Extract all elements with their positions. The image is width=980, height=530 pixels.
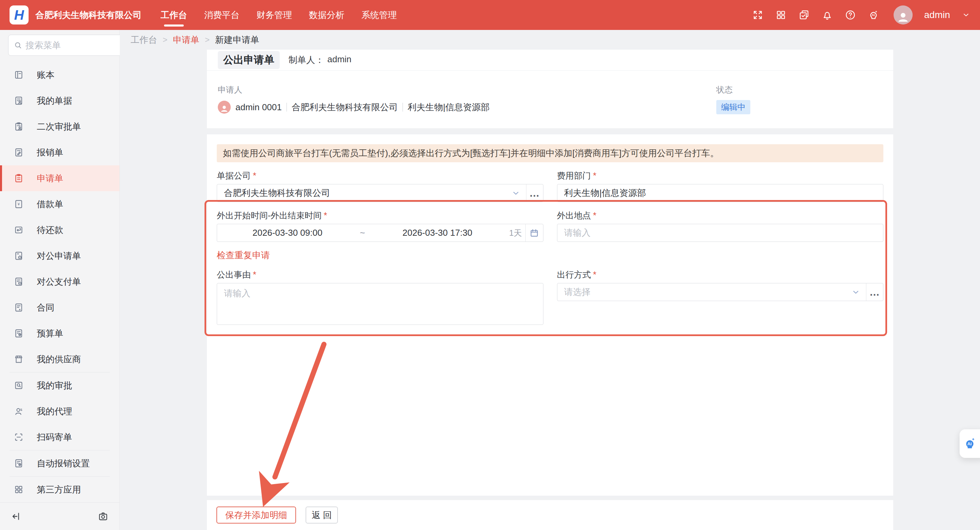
location-input[interactable] <box>557 224 884 242</box>
top-navbar: H 合肥利夫生物科技有限公司 工作台 消费平台 财务管理 数据分析 系统管理 A… <box>0 0 980 30</box>
creator-label: 制单人： <box>288 54 324 66</box>
travel-mode-placeholder: 请选择 <box>564 286 851 298</box>
required-asterisk: * <box>324 210 327 221</box>
chevron-down-icon[interactable] <box>851 287 861 297</box>
department-field: 费用部门* <box>557 162 884 202</box>
applicant-person: admin 0001 合肥利夫生物科技有限公司 利夫生物|信息资源部 <box>218 101 716 114</box>
sidebar-item-my-docs[interactable]: 我的单据 <box>0 88 119 114</box>
reason-textarea[interactable] <box>217 283 543 325</box>
ai-icon[interactable]: Ai <box>868 9 879 21</box>
sidebar-item-budget[interactable]: 预算单 <box>0 321 119 346</box>
sidebar-item-third-party[interactable]: 第三方应用 <box>0 477 119 503</box>
form-row-2: 外出开始时间-外出结束时间* 2026-03-30 09:00 ~ 2026-0… <box>217 202 883 242</box>
bell-icon[interactable] <box>821 9 833 21</box>
travel-mode-select-main[interactable]: 请选择 <box>557 283 866 301</box>
sidebar-item-expense[interactable]: 报销单 <box>0 140 119 165</box>
breadcrumb-workbench[interactable]: 工作台 <box>130 34 157 46</box>
sidebar-item-contract[interactable]: 合同 <box>0 295 119 321</box>
applicant-company: 合肥利夫生物科技有限公司 <box>292 102 398 113</box>
time-range-label: 外出开始时间-外出结束时间* <box>217 210 543 221</box>
app-root: H 合肥利夫生物科技有限公司 工作台 消费平台 财务管理 数据分析 系统管理 A… <box>0 0 980 530</box>
avatar[interactable] <box>894 5 913 24</box>
time-range-field: 外出开始时间-外出结束时间* 2026-03-30 09:00 ~ 2026-0… <box>217 202 543 242</box>
sidebar-item-corporate-application[interactable]: 对公申请单 <box>0 243 119 269</box>
applicant-block: 申请人 admin 0001 合肥利夫生物科技有限公司 利夫生物|信息资源部 <box>218 84 716 114</box>
svg-text:Ai: Ai <box>967 441 972 446</box>
sidebar: 账本 我的单据 二次审批单 报销单 申请单 <box>0 30 120 530</box>
scan-icon <box>14 432 24 442</box>
auto-expense-icon <box>14 458 24 468</box>
ai-assistant-widget[interactable]: Ai <box>959 429 980 458</box>
status-block: 状态 编辑中 <box>716 84 882 114</box>
back-button[interactable]: 返 回 <box>305 506 338 524</box>
sidebar-footer <box>0 503 119 530</box>
sidebar-item-loan[interactable]: ¥ 借款单 <box>0 191 119 217</box>
username[interactable]: admin <box>924 10 950 21</box>
separator <box>286 103 287 111</box>
sidebar-item-repayment[interactable]: 待还款 <box>0 217 119 243</box>
help-icon[interactable] <box>845 9 856 21</box>
range-separator: ~ <box>358 228 367 238</box>
sidebar-item-ledger[interactable]: 账本 <box>0 62 119 88</box>
sidebar-item-application[interactable]: 申请单 <box>0 165 119 191</box>
nav-workbench[interactable]: 工作台 <box>161 0 187 30</box>
company-select[interactable]: 合肥利夫生物科技有限公司 … <box>217 184 543 202</box>
end-time-value[interactable]: 2026-03-30 17:30 <box>367 228 508 238</box>
chevron-down-icon[interactable] <box>511 189 520 198</box>
calendar-addon[interactable] <box>525 224 543 241</box>
sidebar-item-supplier[interactable]: 我的供应商 <box>0 346 119 372</box>
required-asterisk: * <box>593 270 597 280</box>
duration-text: 1天 <box>509 228 522 238</box>
department-input[interactable] <box>557 184 884 202</box>
company-field: 单据公司* 合肥利夫生物科技有限公司 … <box>217 162 543 202</box>
sidebar-item-my-agent[interactable]: 我的代理 <box>0 398 119 424</box>
sidebar-item-corporate-payment[interactable]: 对公支付单 <box>0 269 119 295</box>
reason-label: 公出事由* <box>217 270 543 279</box>
travel-mode-select[interactable]: 请选择 … <box>557 283 884 301</box>
sidebar-item-second-approval[interactable]: 二次审批单 <box>0 114 119 140</box>
sidebar-search-row <box>0 30 119 59</box>
required-asterisk: * <box>253 170 256 181</box>
my-approval-icon <box>14 380 24 390</box>
form-row-3: 公出事由* 出行方式* 请选择 … <box>217 261 883 326</box>
doc-type-badge: 公出申请单 <box>218 51 280 69</box>
copy-check-icon[interactable] <box>798 9 810 21</box>
navbar-actions: Ai admin <box>752 5 970 24</box>
status-label: 状态 <box>716 84 882 95</box>
nav-system[interactable]: 系统管理 <box>361 0 397 30</box>
breadcrumb-application[interactable]: 申请单 <box>173 34 199 46</box>
sidebar-item-scan-send[interactable]: 扫码寄单 <box>0 424 119 450</box>
duplicate-check-link[interactable]: 检查重复申请 <box>217 249 270 261</box>
contract-icon <box>14 302 24 313</box>
footer-actions: 保存并添加明细 返 回 <box>207 500 893 530</box>
applicant-label: 申请人 <box>218 84 716 95</box>
required-asterisk: * <box>253 270 256 280</box>
travel-mode-label: 出行方式* <box>557 270 884 279</box>
chevron-down-icon[interactable] <box>962 11 970 19</box>
svg-text:¥: ¥ <box>18 202 20 206</box>
save-and-add-detail-button[interactable]: 保存并添加明细 <box>216 506 296 524</box>
apps-grid-icon[interactable] <box>775 9 787 21</box>
location-field: 外出地点* <box>557 202 884 242</box>
company-more-button[interactable]: … <box>526 184 543 202</box>
notice-banner: 如需使用公司商旅平台打车(无需员工垫付),必须选择出行方式为[甄选打车]并在明细… <box>217 144 883 162</box>
company-select-main[interactable]: 合肥利夫生物科技有限公司 <box>217 184 526 202</box>
sidebar-item-auto-expense[interactable]: 自动报销设置 <box>0 451 119 476</box>
fullscreen-icon[interactable] <box>752 9 764 21</box>
department-label: 费用部门* <box>557 170 884 181</box>
applicant-name: admin 0001 <box>235 102 282 113</box>
nav-data-analysis[interactable]: 数据分析 <box>309 0 344 30</box>
time-range-picker[interactable]: 2026-03-30 09:00 ~ 2026-03-30 17:30 1天 <box>217 224 543 242</box>
main-menu: 工作台 消费平台 财务管理 数据分析 系统管理 <box>161 0 397 30</box>
collapse-sidebar-icon[interactable] <box>11 511 22 522</box>
sidebar-item-my-approval[interactable]: 我的审批 <box>0 373 119 398</box>
travel-mode-more-button[interactable]: … <box>866 283 883 301</box>
nav-finance[interactable]: 财务管理 <box>256 0 292 30</box>
breadcrumb: 工作台 > 申请单 > 新建申请单 <box>130 30 893 50</box>
supplier-icon <box>14 354 24 364</box>
breadcrumb-current: 新建申请单 <box>215 34 259 46</box>
logo-glyph: H <box>14 8 24 22</box>
camera-icon[interactable] <box>98 511 108 522</box>
start-time-value[interactable]: 2026-03-30 09:00 <box>217 228 358 238</box>
nav-consume-platform[interactable]: 消费平台 <box>204 0 240 30</box>
